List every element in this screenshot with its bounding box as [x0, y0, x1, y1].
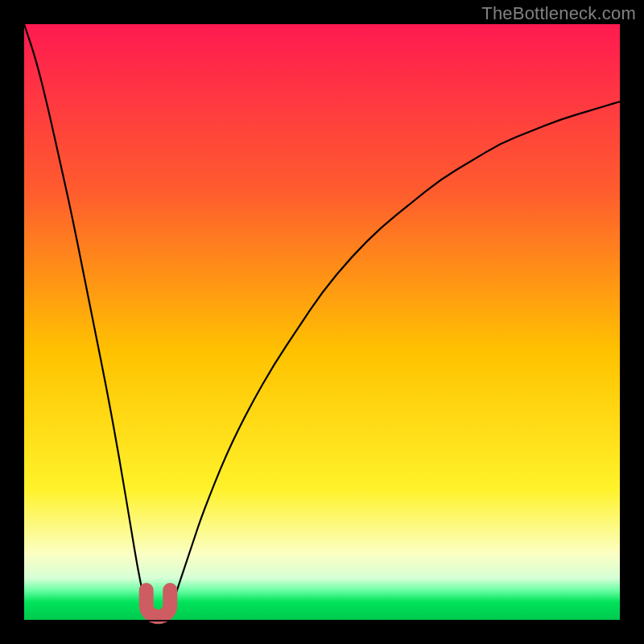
- chart-frame: TheBottleneck.com: [0, 0, 644, 644]
- gradient-background: [24, 24, 620, 620]
- chart-canvas: [0, 0, 644, 644]
- watermark-text: TheBottleneck.com: [481, 3, 636, 24]
